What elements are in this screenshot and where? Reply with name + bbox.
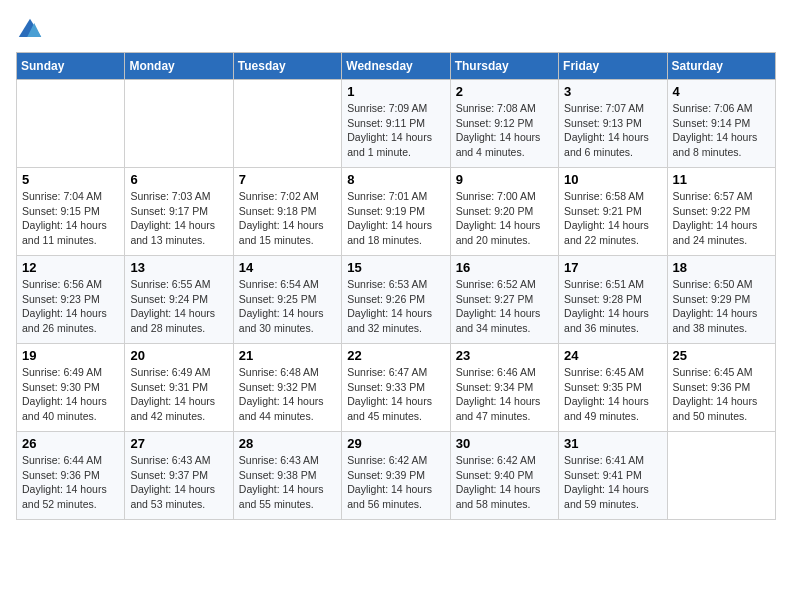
calendar-cell: 27Sunrise: 6:43 AM Sunset: 9:37 PM Dayli… [125,432,233,520]
day-info: Sunrise: 7:00 AM Sunset: 9:20 PM Dayligh… [456,189,553,248]
week-row-3: 12Sunrise: 6:56 AM Sunset: 9:23 PM Dayli… [17,256,776,344]
calendar-cell: 17Sunrise: 6:51 AM Sunset: 9:28 PM Dayli… [559,256,667,344]
day-info: Sunrise: 6:45 AM Sunset: 9:36 PM Dayligh… [673,365,770,424]
day-number: 20 [130,348,227,363]
calendar-cell: 20Sunrise: 6:49 AM Sunset: 9:31 PM Dayli… [125,344,233,432]
day-header-thursday: Thursday [450,53,558,80]
day-header-wednesday: Wednesday [342,53,450,80]
day-number: 30 [456,436,553,451]
day-number: 6 [130,172,227,187]
day-number: 4 [673,84,770,99]
calendar-cell [17,80,125,168]
day-info: Sunrise: 6:54 AM Sunset: 9:25 PM Dayligh… [239,277,336,336]
calendar-cell: 1Sunrise: 7:09 AM Sunset: 9:11 PM Daylig… [342,80,450,168]
day-number: 7 [239,172,336,187]
calendar-cell: 6Sunrise: 7:03 AM Sunset: 9:17 PM Daylig… [125,168,233,256]
day-number: 23 [456,348,553,363]
calendar-cell: 2Sunrise: 7:08 AM Sunset: 9:12 PM Daylig… [450,80,558,168]
calendar-cell: 30Sunrise: 6:42 AM Sunset: 9:40 PM Dayli… [450,432,558,520]
calendar-cell: 28Sunrise: 6:43 AM Sunset: 9:38 PM Dayli… [233,432,341,520]
day-info: Sunrise: 7:08 AM Sunset: 9:12 PM Dayligh… [456,101,553,160]
week-row-5: 26Sunrise: 6:44 AM Sunset: 9:36 PM Dayli… [17,432,776,520]
day-header-saturday: Saturday [667,53,775,80]
logo [16,16,48,44]
day-info: Sunrise: 6:44 AM Sunset: 9:36 PM Dayligh… [22,453,119,512]
day-info: Sunrise: 6:43 AM Sunset: 9:37 PM Dayligh… [130,453,227,512]
calendar-cell: 29Sunrise: 6:42 AM Sunset: 9:39 PM Dayli… [342,432,450,520]
day-number: 15 [347,260,444,275]
day-number: 12 [22,260,119,275]
day-info: Sunrise: 6:42 AM Sunset: 9:40 PM Dayligh… [456,453,553,512]
day-header-friday: Friday [559,53,667,80]
day-info: Sunrise: 6:49 AM Sunset: 9:31 PM Dayligh… [130,365,227,424]
calendar-cell: 8Sunrise: 7:01 AM Sunset: 9:19 PM Daylig… [342,168,450,256]
calendar-cell: 31Sunrise: 6:41 AM Sunset: 9:41 PM Dayli… [559,432,667,520]
page-header [16,16,776,44]
day-info: Sunrise: 7:03 AM Sunset: 9:17 PM Dayligh… [130,189,227,248]
day-info: Sunrise: 6:45 AM Sunset: 9:35 PM Dayligh… [564,365,661,424]
calendar-cell: 14Sunrise: 6:54 AM Sunset: 9:25 PM Dayli… [233,256,341,344]
day-info: Sunrise: 6:53 AM Sunset: 9:26 PM Dayligh… [347,277,444,336]
day-number: 29 [347,436,444,451]
calendar-cell [233,80,341,168]
day-info: Sunrise: 6:57 AM Sunset: 9:22 PM Dayligh… [673,189,770,248]
calendar-cell: 15Sunrise: 6:53 AM Sunset: 9:26 PM Dayli… [342,256,450,344]
calendar-cell: 5Sunrise: 7:04 AM Sunset: 9:15 PM Daylig… [17,168,125,256]
calendar-cell: 11Sunrise: 6:57 AM Sunset: 9:22 PM Dayli… [667,168,775,256]
day-number: 28 [239,436,336,451]
day-number: 26 [22,436,119,451]
calendar-cell: 3Sunrise: 7:07 AM Sunset: 9:13 PM Daylig… [559,80,667,168]
calendar-cell: 16Sunrise: 6:52 AM Sunset: 9:27 PM Dayli… [450,256,558,344]
day-info: Sunrise: 6:41 AM Sunset: 9:41 PM Dayligh… [564,453,661,512]
day-info: Sunrise: 6:48 AM Sunset: 9:32 PM Dayligh… [239,365,336,424]
calendar-cell: 25Sunrise: 6:45 AM Sunset: 9:36 PM Dayli… [667,344,775,432]
week-row-1: 1Sunrise: 7:09 AM Sunset: 9:11 PM Daylig… [17,80,776,168]
day-number: 16 [456,260,553,275]
day-info: Sunrise: 7:04 AM Sunset: 9:15 PM Dayligh… [22,189,119,248]
day-number: 3 [564,84,661,99]
calendar-cell: 9Sunrise: 7:00 AM Sunset: 9:20 PM Daylig… [450,168,558,256]
day-number: 31 [564,436,661,451]
week-row-4: 19Sunrise: 6:49 AM Sunset: 9:30 PM Dayli… [17,344,776,432]
logo-icon [16,16,44,44]
day-number: 18 [673,260,770,275]
day-info: Sunrise: 6:56 AM Sunset: 9:23 PM Dayligh… [22,277,119,336]
day-number: 10 [564,172,661,187]
day-header-tuesday: Tuesday [233,53,341,80]
day-info: Sunrise: 6:46 AM Sunset: 9:34 PM Dayligh… [456,365,553,424]
day-info: Sunrise: 6:42 AM Sunset: 9:39 PM Dayligh… [347,453,444,512]
calendar-cell [667,432,775,520]
day-info: Sunrise: 6:58 AM Sunset: 9:21 PM Dayligh… [564,189,661,248]
day-number: 8 [347,172,444,187]
calendar-cell: 10Sunrise: 6:58 AM Sunset: 9:21 PM Dayli… [559,168,667,256]
calendar-header-row: SundayMondayTuesdayWednesdayThursdayFrid… [17,53,776,80]
day-info: Sunrise: 7:06 AM Sunset: 9:14 PM Dayligh… [673,101,770,160]
day-number: 27 [130,436,227,451]
calendar-cell: 7Sunrise: 7:02 AM Sunset: 9:18 PM Daylig… [233,168,341,256]
day-number: 22 [347,348,444,363]
day-info: Sunrise: 6:47 AM Sunset: 9:33 PM Dayligh… [347,365,444,424]
calendar-cell: 12Sunrise: 6:56 AM Sunset: 9:23 PM Dayli… [17,256,125,344]
calendar-table: SundayMondayTuesdayWednesdayThursdayFrid… [16,52,776,520]
day-header-monday: Monday [125,53,233,80]
calendar-cell [125,80,233,168]
calendar-cell: 4Sunrise: 7:06 AM Sunset: 9:14 PM Daylig… [667,80,775,168]
day-info: Sunrise: 6:43 AM Sunset: 9:38 PM Dayligh… [239,453,336,512]
day-number: 13 [130,260,227,275]
day-number: 1 [347,84,444,99]
day-number: 17 [564,260,661,275]
day-number: 9 [456,172,553,187]
calendar-cell: 24Sunrise: 6:45 AM Sunset: 9:35 PM Dayli… [559,344,667,432]
day-header-sunday: Sunday [17,53,125,80]
week-row-2: 5Sunrise: 7:04 AM Sunset: 9:15 PM Daylig… [17,168,776,256]
day-number: 21 [239,348,336,363]
day-info: Sunrise: 7:02 AM Sunset: 9:18 PM Dayligh… [239,189,336,248]
calendar-cell: 26Sunrise: 6:44 AM Sunset: 9:36 PM Dayli… [17,432,125,520]
day-number: 19 [22,348,119,363]
day-info: Sunrise: 7:07 AM Sunset: 9:13 PM Dayligh… [564,101,661,160]
day-number: 2 [456,84,553,99]
day-number: 11 [673,172,770,187]
day-info: Sunrise: 6:52 AM Sunset: 9:27 PM Dayligh… [456,277,553,336]
day-info: Sunrise: 6:55 AM Sunset: 9:24 PM Dayligh… [130,277,227,336]
day-number: 25 [673,348,770,363]
